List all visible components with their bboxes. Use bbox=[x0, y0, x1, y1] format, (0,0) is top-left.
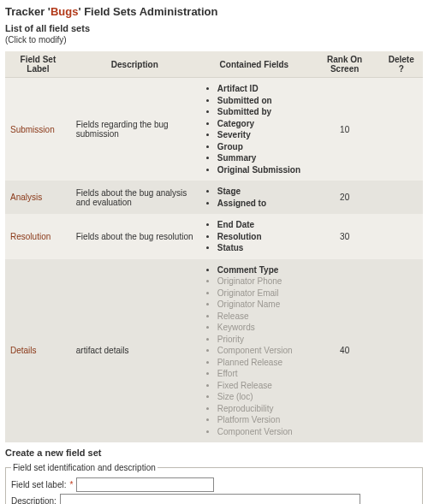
field-list: StageAssigned to bbox=[217, 186, 305, 209]
field-list: End DateResolutionStatus bbox=[217, 219, 305, 254]
page-title: Tracker 'Bugs' Field Sets Administration bbox=[5, 5, 423, 18]
field-item: Status bbox=[217, 242, 305, 254]
field-item: Size (loc) bbox=[217, 391, 305, 403]
row-rank: 10 bbox=[310, 78, 380, 181]
field-sets-table: Field Set Label Description Contained Fi… bbox=[5, 51, 423, 442]
label-fieldset-label: Field set label: bbox=[11, 480, 66, 489]
title-suffix: ' Field Sets Administration bbox=[78, 5, 217, 18]
row-delete bbox=[379, 214, 423, 259]
field-item: Originator Phone bbox=[217, 276, 305, 288]
field-item: Stage bbox=[217, 186, 305, 198]
row-label-link[interactable]: Submission bbox=[10, 125, 55, 134]
row-label-link[interactable]: Details bbox=[10, 346, 37, 355]
row-label-link[interactable]: Analysis bbox=[10, 193, 42, 202]
field-item: Release bbox=[217, 311, 305, 323]
field-list: Comment TypeOriginator PhoneOriginator E… bbox=[217, 264, 305, 438]
row-rank: 30 bbox=[310, 214, 380, 259]
row-rank: 20 bbox=[310, 181, 380, 214]
table-row: ResolutionFields about the bug resolutio… bbox=[5, 214, 423, 259]
required-marker: * bbox=[69, 480, 73, 489]
field-item: Summary bbox=[217, 152, 305, 164]
field-item: Planned Release bbox=[217, 357, 305, 369]
field-item: Artifact ID bbox=[217, 83, 305, 95]
row-contained: StageAssigned to bbox=[199, 181, 310, 214]
field-item: Submitted on bbox=[217, 95, 305, 107]
row-rank: 40 bbox=[310, 259, 380, 443]
row-delete bbox=[379, 78, 423, 181]
field-item: Priority bbox=[217, 334, 305, 346]
click-hint: (Click to modify) bbox=[5, 35, 423, 44]
field-item: End Date bbox=[217, 219, 305, 231]
col-contained: Contained Fields bbox=[199, 51, 310, 78]
field-list: Artifact IDSubmitted onSubmitted byCateg… bbox=[217, 83, 305, 175]
title-accent: Bugs bbox=[51, 5, 79, 18]
field-item: Original Submission bbox=[217, 164, 305, 176]
field-item: Reproducibility bbox=[217, 403, 305, 415]
col-desc: Description bbox=[71, 51, 199, 78]
fieldset-label-input[interactable] bbox=[76, 477, 214, 492]
table-row: AnalysisFields about the bug analysis an… bbox=[5, 181, 423, 214]
row-delete bbox=[379, 259, 423, 443]
field-item: Comment Type bbox=[217, 264, 305, 276]
field-item: Category bbox=[217, 118, 305, 130]
row-contained: Comment TypeOriginator PhoneOriginator E… bbox=[199, 259, 310, 443]
row-desc: Fields about the bug analysis and evalua… bbox=[71, 181, 199, 214]
fieldset-identification-legend: Field set identification and description bbox=[11, 463, 158, 472]
description-input[interactable] bbox=[60, 494, 360, 504]
create-heading: Create a new field set bbox=[5, 448, 423, 458]
table-row: SubmissionFields regarding the bug submi… bbox=[5, 78, 423, 181]
row-label-link[interactable]: Resolution bbox=[10, 232, 51, 241]
row-label-cell: Details bbox=[5, 259, 71, 443]
field-item: Group bbox=[217, 141, 305, 153]
title-prefix: Tracker ' bbox=[5, 5, 51, 18]
field-item: Keywords bbox=[217, 322, 305, 334]
row-contained: End DateResolutionStatus bbox=[199, 214, 310, 259]
row-delete bbox=[379, 181, 423, 214]
col-delete: Delete ? bbox=[379, 51, 423, 78]
table-row: Detailsartifact detailsComment TypeOrigi… bbox=[5, 259, 423, 443]
field-item: Component Version bbox=[217, 345, 305, 357]
list-heading: List of all field sets bbox=[5, 23, 423, 33]
field-item: Severity bbox=[217, 129, 305, 141]
row-label-cell: Analysis bbox=[5, 181, 71, 214]
field-item: Fixed Release bbox=[217, 380, 305, 392]
field-item: Submitted by bbox=[217, 106, 305, 118]
row-desc: artifact details bbox=[71, 259, 199, 443]
field-item: Effort bbox=[217, 368, 305, 380]
field-item: Resolution bbox=[217, 231, 305, 243]
row-label-cell: Submission bbox=[5, 78, 71, 181]
field-item: Originator Email bbox=[217, 288, 305, 299]
label-description: Description: bbox=[11, 496, 56, 504]
col-label: Field Set Label bbox=[5, 51, 71, 78]
row-desc: Fields regarding the bug submission bbox=[71, 78, 199, 181]
field-item: Originator Name bbox=[217, 299, 305, 311]
field-item: Platform Version bbox=[217, 414, 305, 426]
fieldset-identification: Field set identification and description… bbox=[5, 463, 423, 504]
row-contained: Artifact IDSubmitted onSubmitted byCateg… bbox=[199, 78, 310, 181]
field-item: Component Version bbox=[217, 426, 305, 438]
col-rank: Rank On Screen bbox=[310, 51, 380, 78]
field-item: Assigned to bbox=[217, 198, 305, 210]
row-desc: Fields about the bug resolution bbox=[71, 214, 199, 259]
row-label-cell: Resolution bbox=[5, 214, 71, 259]
